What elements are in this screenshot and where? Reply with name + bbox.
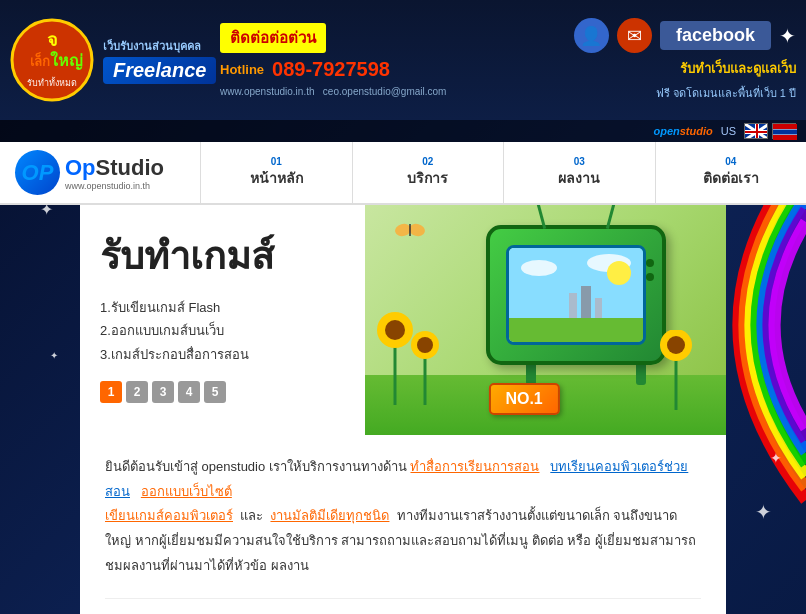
star-decoration: ✦ (779, 24, 796, 48)
op-circle: OP (15, 150, 60, 195)
content-section: ยินดีต้อนรับเข้าสู่ openstudio เราให้บริ… (80, 435, 726, 614)
svg-rect-15 (773, 130, 797, 134)
user-icon[interactable]: 👤 (574, 18, 609, 53)
hero-section: รับทำเกมส์ 1.รับเขียนเกมส์ Flash 2.ออกแบ… (80, 205, 726, 435)
link-web-design[interactable]: ออกแบบเว็บไซต์ (141, 484, 232, 499)
nav-item-home[interactable]: 01 หน้าหลัก (200, 142, 352, 203)
svg-rect-11 (745, 131, 768, 133)
website-label: เว็บรับงานส่วนบุคคล (103, 37, 216, 55)
header-middle: ติดต่อต่อต่วน Hotline 089-7927598 www.op… (210, 23, 576, 97)
uk-flag[interactable] (744, 123, 768, 139)
svg-text:เล็ก: เล็ก (30, 51, 50, 69)
main-content-area: รับทำเกมส์ 1.รับเขียนเกมส์ Flash 2.ออกแบ… (80, 205, 726, 614)
link-game[interactable]: เขียนเกมส์คอมพิวเตอร์ (105, 508, 233, 523)
welcome-text: ยินดีต้อนรับเข้าสู่ openstudio เราให้บริ… (105, 455, 701, 578)
hero-illustration: NO.1 (365, 205, 726, 435)
welcome-intro: ยินดีต้อนรับเข้าสู่ openstudio เราให้บริ… (105, 459, 407, 474)
website-url: www.openstudio.in.th ceo.openstudio@gmai… (220, 86, 566, 97)
op-studio-logo: OP OpStudio www.openstudio.in.th (15, 150, 164, 195)
header-logo-area: จ เล็ก ใหญ่ รับทำทั้งหมด เว็บรับงานส่วนบ… (10, 18, 210, 103)
link-multimedia[interactable]: งานมัลติมีเดียทุกชนิด (270, 508, 389, 523)
hero-pagination: 1 2 3 4 5 (100, 381, 345, 403)
nav-item-service[interactable]: 02 บริการ (352, 142, 504, 203)
svg-text:ใหญ่: ใหญ่ (50, 51, 83, 70)
tv-screen-inner (509, 248, 643, 342)
svg-point-32 (667, 336, 685, 354)
nav-num-3: 03 (574, 156, 585, 167)
svg-point-26 (385, 320, 405, 340)
sunflower-right (636, 330, 716, 410)
antenna-right (605, 205, 614, 229)
studio-url: www.openstudio.in.th (65, 181, 164, 191)
hero-item-1: 1.รับเขียนเกมส์ Flash (100, 296, 345, 319)
nav-num-2: 02 (422, 156, 433, 167)
studio-word: Studio (96, 155, 164, 180)
language-flags (744, 123, 796, 139)
page-dot-3[interactable]: 3 (152, 381, 174, 403)
thai-flag[interactable] (772, 123, 796, 139)
svg-rect-21 (569, 293, 577, 318)
page-wrapper: ✦ ✦ ✦ ✦ ✦ ✦ ✦ จ เล็ก ใหญ่ รับทำทั้งหมด (0, 0, 806, 614)
page-dot-2[interactable]: 2 (126, 381, 148, 403)
tv-leg-left (526, 365, 536, 385)
knob-2 (646, 273, 654, 281)
facebook-button[interactable]: facebook (660, 21, 771, 50)
studio-name: OpStudio (65, 155, 164, 181)
hotline-label: Hotline (220, 62, 264, 77)
nav-label-service: บริการ (407, 167, 448, 189)
svg-point-29 (417, 337, 433, 353)
hotline-number: 089-7927598 (272, 58, 390, 81)
hero-item-3: 3.เกมส์ประกอบสื่อการสอน (100, 343, 345, 366)
hero-item-2: 2.ออกแบบเกมส์บนเว็บ (100, 319, 345, 342)
butterfly (395, 220, 425, 240)
svg-point-18 (521, 260, 557, 276)
nav-num-4: 04 (725, 156, 736, 167)
nav-label-contact: ติดต่อเรา (703, 167, 759, 189)
logo-circle: จ เล็ก ใหญ่ รับทำทั้งหมด (10, 18, 95, 103)
link-teaching[interactable]: ทำสื่อการเรียนการสอน (410, 459, 539, 474)
hero-title: รับทำเกมส์ (100, 225, 345, 286)
nav-item-contact[interactable]: 04 ติดต่อเรา (655, 142, 807, 203)
open-logo: openstudio (653, 125, 712, 137)
page-dot-4[interactable]: 4 (178, 381, 200, 403)
nav-logo: OP OpStudio www.openstudio.in.th (0, 142, 200, 203)
no1-badge: NO.1 (488, 383, 559, 415)
nav-items-container: 01 หน้าหลัก 02 บริการ 03 ผลงาน 04 ติดต่อ… (200, 142, 806, 203)
op-studio-text: OpStudio www.openstudio.in.th (65, 155, 164, 191)
page-dot-5[interactable]: 5 (204, 381, 226, 403)
tv-knobs (646, 259, 654, 281)
svg-text:รับทำทั้งหมด: รับทำทั้งหมด (27, 76, 77, 88)
tv-screen (506, 245, 646, 345)
antenna-left (536, 205, 545, 229)
nav-num-1: 01 (271, 156, 282, 167)
info-links-row: + การจ้างทำอย่างไร + การคิดราคางาน + การ… (105, 598, 701, 614)
open-bar: openstudio US (0, 120, 806, 142)
svg-text:จ: จ (47, 30, 58, 50)
knob-1 (646, 259, 654, 267)
social-icons-row: 👤 ✉ facebook ✦ (574, 18, 796, 53)
mail-icon[interactable]: ✉ (617, 18, 652, 53)
nav-label-home: หน้าหลัก (250, 167, 303, 189)
main-wrapper: จ เล็ก ใหญ่ รับทำทั้งหมด เว็บรับงานส่วนบ… (0, 0, 806, 614)
nav-item-portfolio[interactable]: 03 ผลงาน (503, 142, 655, 203)
sunflower-left (375, 305, 455, 405)
svg-rect-23 (595, 298, 602, 318)
svg-rect-17 (509, 318, 646, 345)
page-dot-1[interactable]: 1 (100, 381, 122, 403)
hero-left-panel: รับทำเกมส์ 1.รับเขียนเกมส์ Flash 2.ออกแบ… (80, 205, 365, 435)
op-blue: Op (65, 155, 96, 180)
nav-label-portfolio: ผลงาน (558, 167, 600, 189)
us-label: US (721, 125, 736, 137)
navigation-bar: OP OpStudio www.openstudio.in.th 01 หน้า… (0, 142, 806, 205)
service-title: รับทำเว็บและดูแลเว็บ (680, 58, 796, 79)
service-sub: ฟรี จดโดเมนและพื้นที่เว็บ 1 ปี (656, 84, 796, 102)
svg-point-20 (607, 261, 631, 285)
hero-subtitle: 1.รับเขียนเกมส์ Flash 2.ออกแบบเกมส์บนเว็… (100, 296, 345, 366)
site-header: จ เล็ก ใหญ่ รับทำทั้งหมด เว็บรับงานส่วนบ… (0, 0, 806, 120)
tv-legs (526, 365, 646, 385)
freelance-badge: Freelance (103, 57, 216, 84)
header-right: 👤 ✉ facebook ✦ รับทำเว็บและดูแลเว็บ ฟรี … (576, 18, 796, 102)
contact-label: ติดต่อต่อต่วน (220, 23, 326, 53)
svg-rect-22 (581, 286, 591, 318)
